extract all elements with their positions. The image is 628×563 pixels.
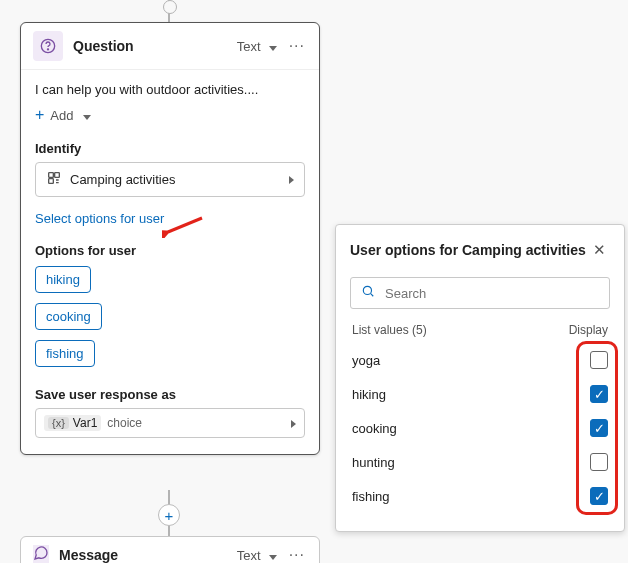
search-icon	[361, 284, 375, 302]
options-chip-list: hiking cooking fishing	[35, 266, 305, 367]
message-icon	[33, 545, 49, 563]
display-checkbox[interactable]	[590, 385, 608, 403]
select-options-link[interactable]: Select options for user	[35, 211, 164, 226]
message-title: Message	[59, 547, 227, 563]
option-chip[interactable]: hiking	[35, 266, 91, 293]
display-column-label: Display	[569, 323, 608, 337]
search-box[interactable]	[350, 277, 610, 309]
svg-point-5	[363, 286, 371, 294]
list-item: fishing	[350, 479, 610, 513]
more-options-button[interactable]: ···	[287, 546, 307, 563]
search-input[interactable]	[383, 285, 599, 302]
message-card-header: Message Text ···	[21, 537, 319, 563]
save-response-label: Save user response as	[35, 387, 305, 402]
svg-line-6	[371, 294, 374, 297]
message-card[interactable]: Message Text ···	[20, 536, 320, 563]
variable-type: choice	[107, 416, 142, 430]
svg-rect-4	[49, 179, 54, 184]
panel-title: User options for Camping activities	[350, 242, 586, 258]
identify-label: Identify	[35, 141, 305, 156]
list-values-label: List values (5)	[352, 323, 427, 337]
options-label: Options for user	[35, 243, 305, 258]
message-type-label: Text	[237, 548, 261, 563]
question-text[interactable]: I can help you with outdoor activities..…	[35, 82, 305, 97]
plus-icon: +	[35, 107, 44, 123]
question-card-header: Question Text ···	[21, 23, 319, 70]
variable-field[interactable]: {x} Var1 choice	[35, 408, 305, 438]
chevron-down-icon	[265, 39, 277, 54]
question-card[interactable]: Question Text ··· I can help you with ou…	[20, 22, 320, 455]
list-item-label: hunting	[352, 455, 395, 470]
display-checkbox[interactable]	[590, 487, 608, 505]
connector-top	[168, 0, 170, 22]
more-options-button[interactable]: ···	[287, 37, 307, 55]
list-item: hunting	[350, 445, 610, 479]
display-checkbox[interactable]	[590, 351, 608, 369]
question-card-body: I can help you with outdoor activities..…	[21, 70, 319, 454]
add-label: Add	[50, 108, 73, 123]
options-list: yoga hiking cooking hunting fishing	[350, 343, 610, 513]
add-button[interactable]: + Add	[35, 107, 305, 123]
question-title: Question	[73, 38, 227, 54]
option-chip[interactable]: cooking	[35, 303, 102, 330]
identify-field[interactable]: Camping activities	[35, 162, 305, 197]
list-item-label: hiking	[352, 387, 386, 402]
question-icon	[33, 31, 63, 61]
variable-icon: {x}	[48, 417, 69, 429]
list-item-label: yoga	[352, 353, 380, 368]
option-chip[interactable]: fishing	[35, 340, 95, 367]
entity-icon	[46, 170, 62, 189]
chevron-right-icon	[289, 172, 294, 187]
svg-point-1	[47, 49, 48, 50]
question-type-dropdown[interactable]: Text	[237, 39, 277, 54]
display-checkbox[interactable]	[590, 419, 608, 437]
list-item: yoga	[350, 343, 610, 377]
svg-rect-2	[49, 173, 54, 178]
chevron-down-icon	[265, 548, 277, 563]
user-options-panel: User options for Camping activities ✕ Li…	[335, 224, 625, 532]
close-button[interactable]: ✕	[589, 239, 610, 261]
identify-value: Camping activities	[70, 172, 176, 187]
message-type-dropdown[interactable]: Text	[237, 548, 277, 563]
svg-rect-3	[55, 173, 60, 178]
display-checkbox[interactable]	[590, 453, 608, 471]
list-item-label: fishing	[352, 489, 390, 504]
list-item: hiking	[350, 377, 610, 411]
list-item-label: cooking	[352, 421, 397, 436]
chevron-right-icon	[291, 416, 296, 431]
chevron-down-icon	[79, 108, 91, 123]
add-node-button[interactable]: +	[158, 504, 180, 526]
list-item: cooking	[350, 411, 610, 445]
variable-name: Var1	[73, 416, 97, 430]
question-type-label: Text	[237, 39, 261, 54]
